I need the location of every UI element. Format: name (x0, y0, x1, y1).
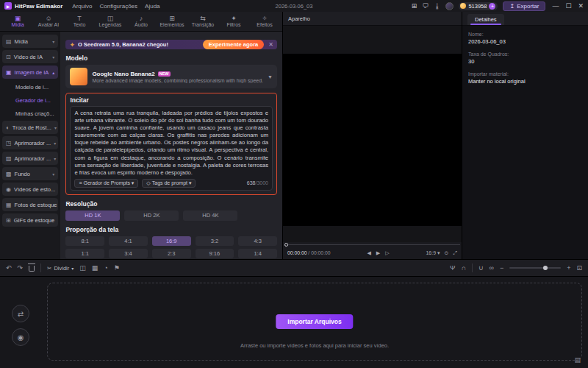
ratio-9-16[interactable]: 9:16 (196, 249, 234, 258)
prompt-section-label: Incitar (70, 96, 273, 104)
headset-icon[interactable]: ∩ (461, 264, 465, 272)
track-swap-button[interactable]: ⇄ (12, 305, 29, 322)
try-now-button[interactable]: Experimente agora (203, 40, 265, 49)
toolbar-media[interactable]: ▣ Mídia (3, 15, 32, 28)
mic-icon[interactable]: Ψ (450, 264, 456, 272)
zoom-in-icon[interactable]: + (567, 264, 570, 272)
split-button[interactable]: ✂ Dividir ▾ (47, 265, 74, 272)
close-button[interactable]: ✕ (578, 2, 584, 10)
timeline-media-area: ⇄ ◉ Importar Arquivos Arraste ou importe… (0, 277, 588, 368)
aspect-ratio-selector[interactable]: 16:9 ▾ (426, 250, 440, 256)
menu-configuracoes[interactable]: Configurações (99, 3, 137, 10)
timeline-zoom-slider[interactable] (509, 267, 561, 269)
model-card[interactable]: Google Nano Banana2 NEW More advanced im… (65, 65, 277, 88)
ratio-1-1[interactable]: 1:1 (65, 249, 104, 258)
feedback-icon[interactable]: 🗩 (422, 2, 429, 10)
video-canvas[interactable] (283, 54, 462, 226)
sidebar-item-gifs-estoque[interactable]: ⊞ GIFs de estoque (2, 213, 58, 227)
enhancer2-icon: ▨ (6, 155, 12, 162)
link-icon[interactable]: ∞ (490, 264, 494, 272)
ratio-3-4[interactable]: 3:4 (109, 249, 148, 258)
sidebar-item-fotos-estoque[interactable]: ▦ Fotos de estoque (2, 198, 58, 211)
export-button[interactable]: ↥ Exportar (503, 1, 545, 11)
avatar[interactable] (445, 2, 453, 10)
sidebar-sub-minhas-criacoes[interactable]: Minhas criaçõ... (2, 107, 58, 119)
prompt-textarea[interactable]: A cena retrata uma rua tranquila, ladead… (70, 106, 273, 191)
toolbar-transicao[interactable]: ⇆ Transição (188, 15, 218, 28)
download-icon[interactable]: ⭳ (434, 2, 440, 10)
ratio-8-1[interactable]: 8:1 (65, 236, 104, 246)
ratio-2-3[interactable]: 2:3 (152, 249, 191, 258)
toolbar-texto[interactable]: T Texto (65, 15, 94, 28)
prev-frame-icon[interactable]: ◀ (367, 250, 370, 256)
fit-timeline-icon[interactable]: ⊡ (576, 264, 582, 272)
ratio-4-1[interactable]: 4:1 (109, 236, 148, 246)
sidebar-item-troca-rosto[interactable]: ◐ Troca de Rost... ▾ (2, 121, 58, 134)
sidebar-item-fundo[interactable]: ▩ Fundo ▾ (2, 167, 58, 180)
ratio-3-2[interactable]: 3:2 (196, 236, 234, 246)
prompt-text[interactable]: A cena retrata uma rua tranquila, ladead… (74, 110, 268, 177)
chevron-down-icon[interactable]: ▼ (268, 74, 273, 79)
resolution-hd1k[interactable]: HD 1K (65, 210, 120, 221)
magnet-icon[interactable]: ∪ (478, 264, 484, 272)
crop-icon[interactable]: ▦ (92, 264, 98, 272)
tab-detalhes[interactable]: Detalhes (467, 14, 504, 25)
sparkle-icon: ✦ (69, 41, 75, 49)
sidebar-sub-modelo[interactable]: Modelo de i... (2, 81, 58, 93)
snapshot-icon[interactable]: ⊙ (445, 250, 449, 256)
sidebar-item-video-ia[interactable]: ⊡ Vídeo de IA ▾ (2, 50, 58, 63)
toolbar-filtros[interactable]: ✦ Filtros (219, 15, 248, 28)
toolbar-audio[interactable]: ♪ Áudio (126, 15, 156, 28)
fullscreen-icon[interactable]: ⤢ (453, 250, 457, 256)
film-strip-icon[interactable]: ▤ (574, 356, 581, 364)
list-icon: ≡ (79, 180, 82, 185)
prompt-generator-button[interactable]: ≡ Gerador de Prompts ▾ (74, 179, 138, 188)
model-description: More advanced image models, combining pr… (92, 78, 263, 83)
next-frame-icon[interactable]: ▷ (385, 250, 389, 256)
import-files-button[interactable]: Importar Arquivos (276, 314, 353, 329)
zoom-out-icon[interactable]: − (500, 264, 503, 272)
seek-bar[interactable] (283, 242, 462, 247)
sidebar-item-imagem-ia[interactable]: ▣ Imagem de IA ▴ (2, 66, 58, 79)
add-credits-icon[interactable]: + (489, 3, 495, 10)
marker-icon[interactable]: ⚑ (114, 264, 120, 272)
toolbar-avatar-ai[interactable]: ☺ Avatar AI (34, 15, 63, 28)
tag-icon: ◇ (146, 180, 150, 186)
credits-badge[interactable]: 513958 + (459, 2, 498, 10)
duplicate-icon[interactable]: ◫ (79, 264, 86, 272)
prompt-tags-button[interactable]: ◇ Tags de prompt ▾ (142, 179, 196, 188)
sidebar-sub-gerador[interactable]: Gerador de i... (2, 94, 58, 106)
resolution-hd2k[interactable]: HD 2K (124, 210, 179, 221)
ratio-1-4[interactable]: 1:4 (238, 249, 277, 258)
redo-icon[interactable]: ↷ (18, 264, 24, 272)
speed-icon[interactable]: ◔ (104, 264, 107, 272)
swap-icon: ⇄ (18, 310, 24, 318)
upload-icon: ↥ (509, 3, 514, 10)
toolbar-elementos[interactable]: ⊞ Elementos (157, 15, 187, 28)
stock-video-icon: ◉ (6, 186, 11, 193)
sidebar-item-aprimorador-2[interactable]: ▨ Aprimorador ... ▾ (2, 152, 58, 165)
resolution-hd4k[interactable]: HD 4K (183, 210, 237, 221)
trash-icon[interactable] (29, 266, 35, 272)
layout-icon[interactable]: ⊞ (412, 2, 417, 10)
track-record-button[interactable]: ◉ (12, 328, 29, 346)
face-swap-icon: ◐ (6, 124, 10, 131)
app-window: ▶ HitPaw Edimakor Arquivo Configurações … (0, 0, 588, 368)
toolbar-legendas[interactable]: ◫ Legendas (96, 15, 125, 28)
sidebar-item-aprimorador-1[interactable]: ◳ Aprimorador ... ▾ (2, 136, 58, 149)
ratio-16-9[interactable]: 16:9 (152, 236, 191, 246)
sidebar-item-midia[interactable]: ▤ Mídia ▾ (2, 35, 58, 48)
playhead-knob[interactable] (284, 243, 288, 247)
maximize-button[interactable]: ☐ (565, 2, 571, 10)
play-icon[interactable]: ▶ (376, 250, 380, 256)
banner-close-icon[interactable]: ✕ (268, 41, 273, 48)
sidebar-item-videos-estoque[interactable]: ◉ Vídeos de esto... (2, 183, 58, 196)
chevron-down-icon: ▾ (52, 39, 54, 44)
ratio-4-3[interactable]: 4:3 (238, 236, 277, 246)
menu-ajuda[interactable]: Ajuda (145, 3, 159, 10)
undo-icon[interactable]: ↶ (6, 264, 12, 272)
minimize-button[interactable]: — (552, 2, 559, 10)
menu-arquivo[interactable]: Arquivo (72, 3, 92, 10)
media-drop-zone[interactable]: Importar Arquivos Arraste ou importe víd… (47, 283, 582, 361)
toolbar-efeitos[interactable]: ✧ Efeitos (250, 15, 279, 28)
